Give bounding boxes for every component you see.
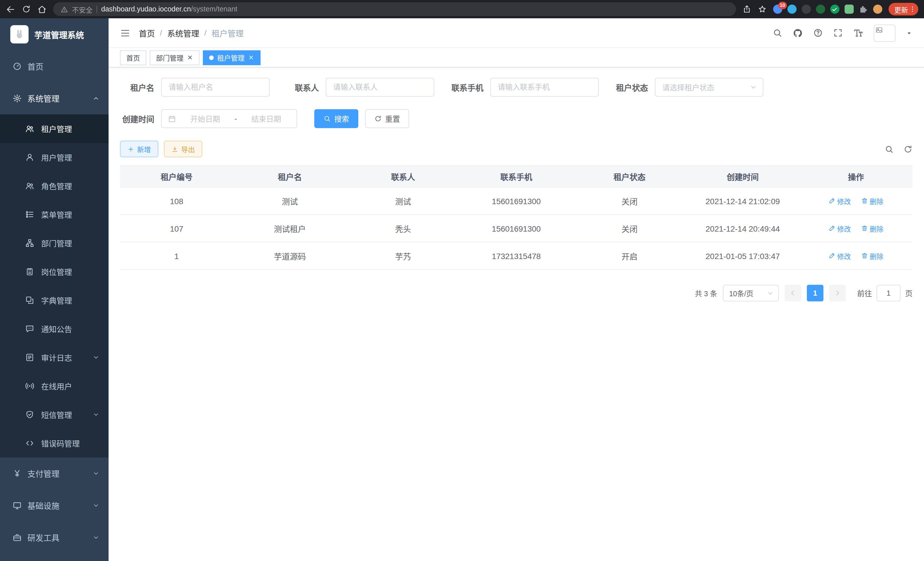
- delete-button[interactable]: 删除: [861, 224, 884, 233]
- notice-icon: [25, 324, 34, 333]
- delete-icon: [861, 198, 868, 205]
- url-bar[interactable]: 不安全 dashboard.yudao.iocoder.cn/system/te…: [53, 2, 736, 16]
- pay-icon: [13, 469, 22, 478]
- screen: 不安全 dashboard.yudao.iocoder.cn/system/te…: [0, 0, 924, 561]
- edit-icon: [829, 253, 836, 259]
- tenant-status-select[interactable]: 请选择租户状态: [655, 78, 764, 97]
- font-size-icon[interactable]: [853, 28, 863, 38]
- export-button[interactable]: 导出: [164, 141, 202, 157]
- extension-icon-3[interactable]: [802, 5, 811, 14]
- table-row: 107 测试租户 秃头 15601691300 关闭 2021-12-14 20…: [120, 215, 913, 242]
- tab-tenant[interactable]: 租户管理: [203, 50, 261, 65]
- sidebar-item-home[interactable]: 首页: [0, 50, 109, 82]
- security-label: 不安全: [72, 4, 93, 14]
- sms-icon: [25, 410, 34, 419]
- tab-home[interactable]: 首页: [120, 50, 146, 65]
- share-button[interactable]: [742, 5, 752, 14]
- back-button[interactable]: [6, 4, 15, 14]
- pagination: 共 3 条 10条/页 1 前往 页: [120, 285, 913, 301]
- show-search-toggle[interactable]: [885, 144, 894, 153]
- github-icon[interactable]: [793, 28, 803, 38]
- close-icon[interactable]: [187, 54, 193, 61]
- add-button[interactable]: 新增: [120, 141, 158, 157]
- delete-button[interactable]: 删除: [861, 251, 884, 261]
- help-icon[interactable]: [813, 28, 823, 38]
- sidebar-item-menu[interactable]: 菜单管理: [0, 200, 109, 229]
- breadcrumb-home[interactable]: 首页: [139, 27, 155, 39]
- extension-icon-4[interactable]: [816, 5, 825, 14]
- sidebar-item-dept[interactable]: 部门管理: [0, 229, 109, 257]
- tab-dept[interactable]: 部门管理: [150, 50, 200, 65]
- sidebar-item-tenant[interactable]: 租户管理: [0, 114, 109, 143]
- contact-input[interactable]: [326, 78, 434, 97]
- edit-button[interactable]: 修改: [829, 224, 851, 233]
- sidebar-menu: 首页 系统管理 租户管理 用户管理 角色管理: [0, 50, 109, 553]
- sidebar-item-post[interactable]: 岗位管理: [0, 257, 109, 286]
- sidebar-item-infra[interactable]: 基础设施: [0, 490, 109, 522]
- caret-down-icon[interactable]: [906, 29, 913, 36]
- download-icon: [171, 146, 178, 152]
- edit-icon: [829, 198, 836, 205]
- update-button[interactable]: 更新: [889, 3, 918, 15]
- browser-chrome: 不安全 dashboard.yudao.iocoder.cn/system/te…: [0, 0, 924, 18]
- breadcrumb: 首页 / 系统管理 / 租户管理: [139, 27, 244, 39]
- chevron-left-icon: [789, 289, 796, 297]
- browser-home-button[interactable]: [37, 4, 47, 14]
- profile-avatar[interactable]: [873, 5, 882, 14]
- date-end-placeholder: 结束日期: [242, 113, 290, 124]
- chevron-down-icon: [93, 534, 99, 541]
- column-header: 租户名: [233, 165, 346, 187]
- page-size-select[interactable]: 10条/页: [723, 285, 779, 301]
- sidebar-item-user[interactable]: 用户管理: [0, 143, 109, 171]
- reload-button[interactable]: [22, 5, 31, 14]
- sidebar-item-error-code[interactable]: 错误码管理: [0, 429, 109, 457]
- bookmark-button[interactable]: [758, 5, 767, 14]
- sidebar-item-dict[interactable]: 字典管理: [0, 286, 109, 314]
- breadcrumb-system[interactable]: 系统管理: [167, 27, 199, 39]
- search-icon[interactable]: [772, 28, 782, 38]
- avatar[interactable]: [874, 24, 896, 41]
- page-number-button[interactable]: 1: [807, 285, 824, 301]
- column-header: 操作: [800, 165, 913, 187]
- tenant-table: 租户编号 租户名 联系人 联系手机 租户状态 创建时间 操作 108 测试: [120, 165, 913, 270]
- hamburger-icon[interactable]: [120, 28, 130, 38]
- edit-button[interactable]: 修改: [829, 251, 851, 261]
- column-header: 租户状态: [573, 165, 686, 187]
- chevron-down-icon: [767, 290, 774, 296]
- sidebar-item-system[interactable]: 系统管理: [0, 82, 109, 114]
- edit-button[interactable]: 修改: [829, 196, 851, 206]
- refresh-button[interactable]: [903, 144, 913, 153]
- sidebar-item-pay[interactable]: 支付管理: [0, 457, 109, 490]
- extension-icon-6[interactable]: [844, 5, 854, 14]
- extension-icon-5[interactable]: [830, 5, 839, 14]
- edit-icon: [829, 225, 836, 232]
- prev-page-button[interactable]: [784, 285, 801, 301]
- warning-icon: [61, 5, 68, 13]
- reset-button[interactable]: 重置: [365, 109, 409, 128]
- chevron-down-icon: [93, 502, 99, 509]
- fullscreen-icon[interactable]: [833, 28, 843, 38]
- sidebar-item-role[interactable]: 角色管理: [0, 171, 109, 200]
- next-page-button[interactable]: [829, 285, 846, 301]
- delete-button[interactable]: 删除: [861, 196, 884, 206]
- extension-icon-1[interactable]: 10: [773, 5, 782, 14]
- extension-badge: 10: [778, 2, 787, 9]
- chevron-right-icon: [834, 289, 841, 297]
- search-button[interactable]: 搜索: [314, 109, 358, 128]
- sidebar-item-sms[interactable]: 短信管理: [0, 400, 109, 429]
- goto-page-input[interactable]: [877, 285, 901, 301]
- tenant-name-input[interactable]: [161, 78, 270, 97]
- sidebar-item-notice[interactable]: 通知公告: [0, 314, 109, 343]
- phone-input[interactable]: [490, 78, 599, 97]
- date-start-placeholder: 开始日期: [181, 113, 230, 124]
- extension-icon-2[interactable]: [788, 5, 796, 14]
- sidebar-item-online-user[interactable]: 在线用户: [0, 372, 109, 400]
- column-header: 创建时间: [686, 165, 799, 187]
- close-icon[interactable]: [248, 54, 254, 61]
- post-icon: [25, 267, 34, 276]
- refresh-icon: [374, 115, 382, 122]
- sidebar-item-audit-log[interactable]: 审计日志: [0, 343, 109, 372]
- extensions-icon[interactable]: [859, 5, 868, 14]
- sidebar-item-dev-tool[interactable]: 研发工具: [0, 522, 109, 553]
- create-time-range[interactable]: 开始日期 - 结束日期: [161, 109, 297, 128]
